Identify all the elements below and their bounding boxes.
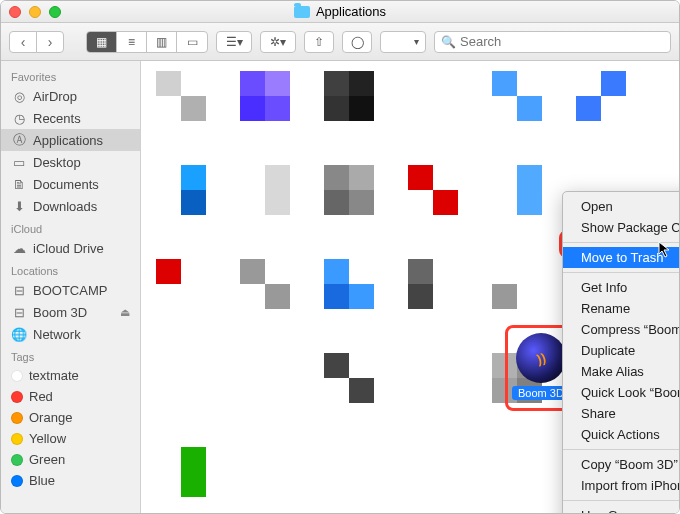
context-menu-item-rename[interactable]: Rename [563, 298, 679, 319]
context-menu-item-duplicate[interactable]: Duplicate [563, 340, 679, 361]
app-item[interactable] [403, 71, 463, 151]
context-menu-label: Quick Look “Boom 3D” [581, 385, 679, 400]
context-menu-item-show-package-contents[interactable]: Show Package Contents [563, 217, 679, 238]
app-icon-image [240, 353, 290, 403]
search-field[interactable]: 🔍 [434, 31, 671, 53]
app-item[interactable] [319, 447, 379, 513]
minimize-button[interactable] [29, 6, 41, 18]
sidebar-item-label: iCloud Drive [33, 241, 104, 256]
sidebar-item-recents[interactable]: ◷Recents [1, 107, 140, 129]
sidebar-item-icloud-drive[interactable]: ☁iCloud Drive [1, 237, 140, 259]
app-item[interactable] [319, 353, 379, 433]
app-item[interactable] [235, 165, 295, 245]
sidebar-item-yellow[interactable]: Yellow [1, 428, 140, 449]
context-menu-item-share[interactable]: Share▶ [563, 403, 679, 424]
view-icons-button[interactable]: ▦ [87, 32, 117, 52]
path-button[interactable]: ▾ [380, 31, 426, 53]
sidebar-item-boom-3d[interactable]: ⊟Boom 3D⏏ [1, 301, 140, 323]
app-item[interactable] [403, 353, 463, 433]
share-button[interactable]: ⇧ [304, 31, 334, 53]
back-button[interactable]: ‹ [9, 31, 37, 53]
sidebar-item-airdrop[interactable]: ◎AirDrop [1, 85, 140, 107]
sidebar-item-red[interactable]: Red [1, 386, 140, 407]
sidebar-item-icon: ▭ [11, 154, 27, 170]
context-menu-item-make-alias[interactable]: Make Alias [563, 361, 679, 382]
app-item[interactable] [487, 71, 547, 151]
app-item[interactable] [403, 165, 463, 245]
context-menu-item-quick-look-boom-3d[interactable]: Quick Look “Boom 3D” [563, 382, 679, 403]
sidebar-item-documents[interactable]: 🗎Documents [1, 173, 140, 195]
tags-button[interactable]: ◯ [342, 31, 372, 53]
sidebar-item-label: Orange [29, 410, 72, 425]
app-item[interactable] [151, 353, 211, 433]
app-icon-image [240, 259, 290, 309]
sidebar-item-icon: ◷ [11, 110, 27, 126]
context-menu-item-compress-boom-3d[interactable]: Compress “Boom 3D” [563, 319, 679, 340]
maximize-button[interactable] [49, 6, 61, 18]
sidebar-item-green[interactable]: Green [1, 449, 140, 470]
sidebar-item-icon: 🌐 [11, 326, 27, 342]
context-menu-item-move-to-trash[interactable]: Move to Trash [563, 247, 679, 268]
context-menu-item-quick-actions[interactable]: Quick Actions▶ [563, 424, 679, 445]
app-item[interactable] [235, 353, 295, 433]
sidebar-item-bootcamp[interactable]: ⊟BOOTCAMP [1, 279, 140, 301]
sidebar: Favorites◎AirDrop◷RecentsⒶApplications▭D… [1, 61, 141, 513]
tag-dot [11, 412, 23, 424]
search-input[interactable] [460, 34, 664, 49]
app-item[interactable] [235, 447, 295, 513]
sidebar-item-network[interactable]: 🌐Network [1, 323, 140, 345]
sidebar-item-label: textmate [29, 368, 79, 383]
app-icon-image [492, 71, 542, 121]
app-item[interactable] [151, 259, 211, 339]
app-item[interactable] [487, 259, 547, 339]
sidebar-item-desktop[interactable]: ▭Desktop [1, 151, 140, 173]
app-item[interactable] [319, 71, 379, 151]
context-menu-item-use-groups[interactable]: Use Groups [563, 505, 679, 513]
tag-dot [11, 454, 23, 466]
app-icon-image [324, 71, 374, 121]
app-item[interactable] [151, 447, 211, 513]
context-menu-separator [563, 272, 679, 273]
sidebar-item-blue[interactable]: Blue [1, 470, 140, 491]
app-item[interactable] [151, 165, 211, 245]
window-title-text: Applications [316, 4, 386, 19]
context-menu-item-copy-boom-3d[interactable]: Copy “Boom 3D” [563, 454, 679, 475]
sidebar-item-textmate[interactable]: textmate [1, 365, 140, 386]
app-item[interactable] [319, 259, 379, 339]
view-columns-button[interactable]: ▥ [147, 32, 177, 52]
app-item[interactable] [151, 71, 211, 151]
context-menu-item-open[interactable]: Open [563, 196, 679, 217]
sidebar-item-downloads[interactable]: ⬇Downloads [1, 195, 140, 217]
app-item[interactable] [403, 447, 463, 513]
app-item[interactable] [403, 259, 463, 339]
arrange-button[interactable]: ☰▾ [216, 31, 252, 53]
view-gallery-button[interactable]: ▭ [177, 32, 207, 52]
titlebar: Applications [1, 1, 679, 23]
app-item[interactable] [487, 447, 547, 513]
context-menu: OpenShow Package ContentsMove to TrashGe… [562, 191, 679, 513]
app-item[interactable] [487, 165, 547, 245]
context-menu-label: Open [581, 199, 613, 214]
action-button[interactable]: ✲▾ [260, 31, 296, 53]
app-icon-image [408, 71, 458, 121]
context-menu-label: Compress “Boom 3D” [581, 322, 679, 337]
context-menu-label: Copy “Boom 3D” [581, 457, 678, 472]
app-item[interactable] [235, 259, 295, 339]
context-menu-label: Show Package Contents [581, 220, 679, 235]
sidebar-item-label: Applications [33, 133, 103, 148]
app-icon-image [240, 447, 290, 497]
context-menu-item-get-info[interactable]: Get Info [563, 277, 679, 298]
eject-icon[interactable]: ⏏ [120, 306, 130, 319]
close-button[interactable] [9, 6, 21, 18]
sidebar-header: Locations [1, 259, 140, 279]
sidebar-item-orange[interactable]: Orange [1, 407, 140, 428]
view-list-button[interactable]: ≡ [117, 32, 147, 52]
app-item[interactable] [235, 71, 295, 151]
context-menu-item-import-from-iphone-or-ipad[interactable]: Import from iPhone or iPad▶ [563, 475, 679, 496]
app-item[interactable] [319, 165, 379, 245]
sidebar-item-label: Desktop [33, 155, 81, 170]
sidebar-item-applications[interactable]: ⒶApplications [1, 129, 140, 151]
forward-button[interactable]: › [36, 31, 64, 53]
context-menu-label: Share [581, 406, 616, 421]
app-item[interactable] [571, 71, 631, 151]
